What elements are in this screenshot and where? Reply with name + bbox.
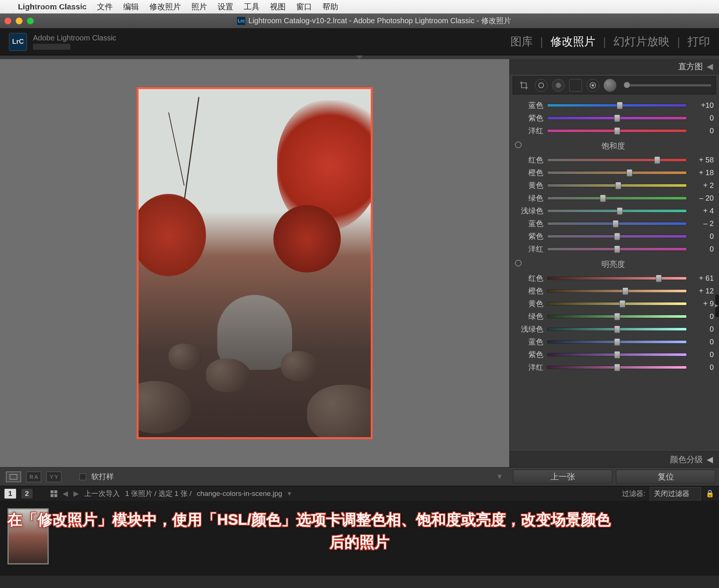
slider-thumb[interactable] [614,313,620,320]
filter-select[interactable]: 关闭过滤器 [650,487,701,500]
slider-track[interactable] [547,235,687,238]
filmstrip[interactable]: 在「修改照片」模块中，使用「HSL/颜色」选项卡调整色相、饱和度或亮度，改变场景… [0,501,719,576]
slider-value[interactable]: +10 [691,101,714,110]
collapse-icon[interactable]: ◀ [707,455,713,464]
slider-value[interactable]: + 18 [691,168,714,177]
target-adjust-icon[interactable] [515,141,522,148]
slider-thumb[interactable] [622,287,628,295]
slider-value[interactable]: + 58 [691,156,714,164]
slider-track[interactable] [547,247,687,251]
slider-thumb[interactable] [614,115,620,122]
slider-value[interactable]: + 2 [691,181,714,190]
slider-track[interactable] [547,353,687,356]
before-after-ra[interactable]: R A [26,472,41,482]
slider-track[interactable] [547,158,687,162]
slider-value[interactable]: 0 [691,127,714,135]
filter-lock-icon[interactable]: 🔒 [706,489,715,498]
slider-thumb[interactable] [614,326,620,333]
slider-thumb[interactable] [614,351,620,359]
slider-track[interactable] [547,116,687,120]
slider-value[interactable]: + 9 [691,299,714,308]
color-grading-header[interactable]: 颜色分级 ◀ [510,451,719,467]
histogram-header[interactable]: 直方图 ◀ [510,59,719,74]
slider-value[interactable]: 0 [691,245,714,253]
slider-thumb[interactable] [614,246,620,253]
slider-track[interactable] [547,129,687,132]
reset-button[interactable]: 复位 [616,470,715,484]
expand-panel-handle[interactable] [715,295,719,317]
slider-thumb[interactable] [615,182,621,189]
slider-value[interactable]: 0 [691,325,714,333]
slider-thumb[interactable] [617,207,623,215]
slider-track[interactable] [547,171,687,174]
slider-thumb[interactable] [600,195,606,202]
monitor-1-badge[interactable]: 1 [4,489,16,499]
slider-value[interactable]: 0 [691,363,714,372]
menu-photo[interactable]: 照片 [191,1,207,12]
menu-file[interactable]: 文件 [97,1,113,12]
slider-value[interactable]: – 2 [691,219,714,228]
slider-track[interactable] [547,302,687,305]
slider-thumb[interactable] [613,220,619,228]
menu-window[interactable]: 窗口 [296,1,312,12]
menu-tools[interactable]: 工具 [244,1,260,12]
slider-track[interactable] [547,209,687,213]
slider-value[interactable]: – 20 [691,194,714,202]
slider-track[interactable] [547,315,687,318]
nav-back-icon[interactable]: ◀ [63,489,68,498]
breadcrumb-source[interactable]: 上一次导入 [84,489,120,499]
slider-value[interactable]: + 61 [691,274,714,283]
toolbar-dropdown-icon[interactable]: ▼ [496,472,503,481]
before-after-yy[interactable]: Y Y [46,472,61,482]
slider-thumb[interactable] [614,233,620,240]
slider-value[interactable]: 0 [691,350,714,359]
slider-value[interactable]: + 12 [691,287,714,295]
module-slideshow[interactable]: 幻灯片放映 [613,34,670,49]
slider-value[interactable]: 0 [691,338,714,346]
photo-preview[interactable] [137,87,373,439]
slider-value[interactable]: 0 [691,114,714,122]
grid-view-icon[interactable] [51,490,57,497]
gradient-tool-icon[interactable] [569,79,582,92]
slider-track[interactable] [547,184,687,187]
monitor-2-badge[interactable]: 2 [21,489,33,499]
radial-tool-icon[interactable] [586,79,599,92]
slider-thumb[interactable] [654,156,660,164]
crop-tool-icon[interactable] [518,79,530,92]
slider-thumb[interactable] [617,102,623,109]
slider-thumb[interactable] [614,364,620,371]
slider-track[interactable] [547,366,687,369]
menu-settings[interactable]: 设置 [218,1,233,12]
minimize-icon[interactable] [16,18,22,24]
slider-thumb[interactable] [627,169,632,177]
slider-track[interactable] [547,104,687,107]
canvas-area[interactable] [0,59,509,467]
slider-thumb[interactable] [619,300,625,308]
menu-help[interactable]: 帮助 [322,1,338,12]
close-icon[interactable] [4,18,11,24]
slider-track[interactable] [547,289,687,293]
slider-value[interactable]: 0 [691,232,714,241]
slider-track[interactable] [547,196,687,200]
tool-size-slider[interactable] [624,84,711,86]
slider-track[interactable] [547,340,687,344]
module-library[interactable]: 图库 [510,34,533,49]
nav-fwd-icon[interactable]: ▶ [73,489,79,498]
slider-track[interactable] [547,327,687,331]
previous-button[interactable]: 上一张 [513,470,612,484]
menu-view[interactable]: 视图 [270,1,286,12]
slider-track[interactable] [547,277,687,280]
spot-tool-icon[interactable] [535,79,547,92]
redeye-tool-icon[interactable] [552,79,565,92]
menu-develop[interactable]: 修改照片 [149,1,181,12]
loupe-view-icon[interactable] [6,472,21,482]
module-develop[interactable]: 修改照片 [550,34,595,49]
slider-thumb[interactable] [656,275,662,282]
slider-value[interactable]: 0 [691,312,714,321]
slider-thumb[interactable] [614,338,620,346]
slider-thumb[interactable] [614,127,620,135]
slider-value[interactable]: + 4 [691,207,714,215]
slider-track[interactable] [547,222,687,225]
soft-proof-checkbox[interactable] [79,473,86,480]
target-adjust-icon[interactable] [515,260,522,266]
